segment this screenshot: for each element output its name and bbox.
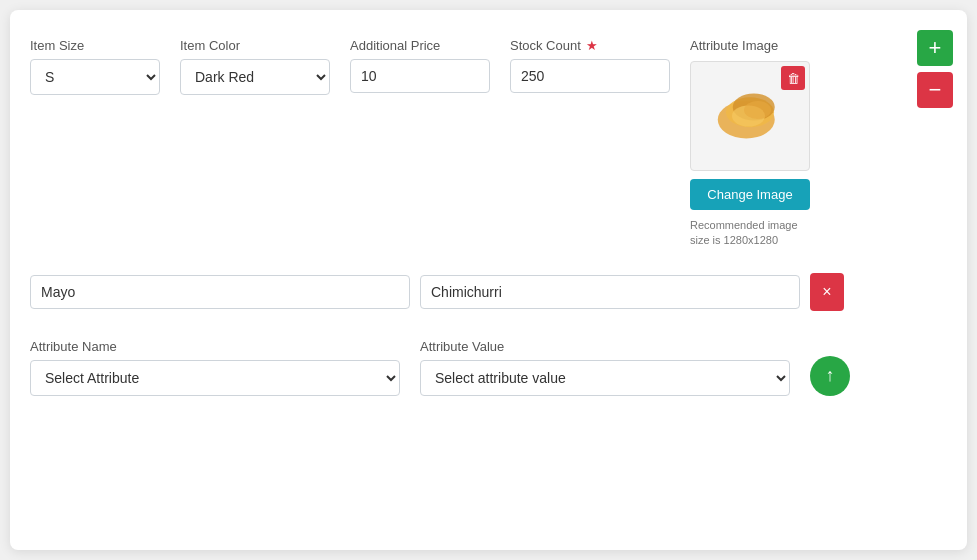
- item-size-select[interactable]: S M L XL: [30, 59, 160, 95]
- delete-image-button[interactable]: 🗑: [781, 66, 805, 90]
- attribute-image-label: Attribute Image: [690, 38, 820, 53]
- image-preview-box: 🗑: [690, 61, 810, 171]
- item-size-label: Item Size: [30, 38, 160, 53]
- trash-icon: 🗑: [787, 71, 800, 86]
- additional-price-input[interactable]: [350, 59, 490, 93]
- attribute-name-group: Attribute Name Select Attribute: [30, 339, 400, 396]
- item-color-select[interactable]: Dark Red Red Blue Green: [180, 59, 330, 95]
- up-arrow-icon: ↑: [826, 365, 835, 386]
- svg-point-4: [744, 101, 771, 119]
- add-variant-button[interactable]: +: [917, 30, 953, 66]
- attribute-value-select[interactable]: Select attribute value: [420, 360, 790, 396]
- attribute-image-group: Attribute Image 🗑 Change Image Recommend…: [690, 38, 820, 249]
- stock-count-input[interactable]: [510, 59, 670, 93]
- additional-price-group: Additional Price: [350, 38, 490, 93]
- attribute-value-label: Attribute Value: [420, 339, 790, 354]
- stock-count-label: Stock Count ★: [510, 38, 670, 53]
- additional-price-label: Additional Price: [350, 38, 490, 53]
- image-hint-text: Recommended image size is 1280x1280: [690, 218, 820, 249]
- remove-tag-button[interactable]: ×: [810, 273, 844, 311]
- item-color-group: Item Color Dark Red Red Blue Green: [180, 38, 330, 95]
- attribute-name-select[interactable]: Select Attribute: [30, 360, 400, 396]
- product-attribute-card: + − Item Size S M L XL Item Color Dark R…: [10, 10, 967, 550]
- remove-variant-button[interactable]: −: [917, 72, 953, 108]
- tag-mayo-input[interactable]: [30, 275, 410, 309]
- close-icon: ×: [822, 283, 831, 301]
- fields-row: Item Size S M L XL Item Color Dark Red R…: [30, 38, 947, 249]
- add-attribute-button[interactable]: ↑: [810, 356, 850, 396]
- attribute-row: Attribute Name Select Attribute Attribut…: [30, 339, 947, 396]
- attribute-name-label: Attribute Name: [30, 339, 400, 354]
- item-color-label: Item Color: [180, 38, 330, 53]
- stock-count-group: Stock Count ★: [510, 38, 670, 93]
- required-star: ★: [583, 38, 599, 53]
- change-image-button[interactable]: Change Image: [690, 179, 810, 210]
- top-actions: + −: [917, 30, 953, 108]
- tag-chimichurri-input[interactable]: [420, 275, 800, 309]
- attribute-value-group: Attribute Value Select attribute value: [420, 339, 790, 396]
- item-size-group: Item Size S M L XL: [30, 38, 160, 95]
- tags-row: ×: [30, 273, 947, 311]
